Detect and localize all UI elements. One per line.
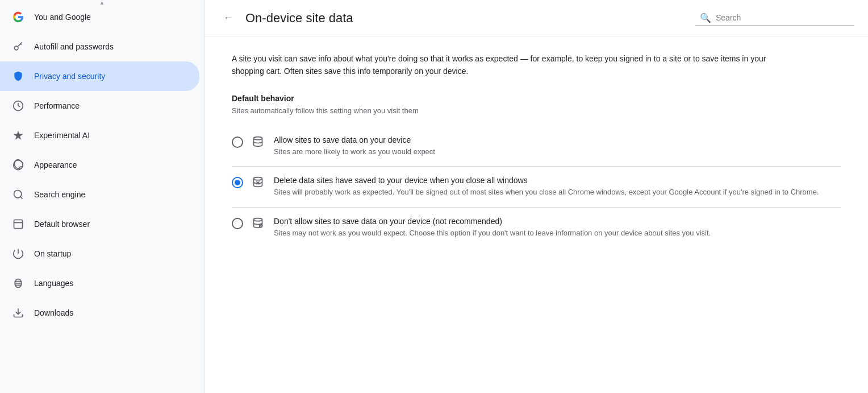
option-description: Sites will probably work as expected. Yo… [274, 187, 841, 198]
main-content: ← On-device site data 🔍 A site you visit… [205, 0, 868, 393]
radio-button-block[interactable] [232, 218, 243, 229]
shield-icon [11, 69, 25, 83]
option-title: Delete data sites have saved to your dev… [274, 176, 841, 185]
key-icon [11, 40, 25, 53]
database-icon [252, 136, 265, 148]
search-icon [11, 188, 25, 201]
option-description: Sites may not work as you would expect. … [274, 227, 841, 239]
sidebar-item-performance[interactable]: Performance [0, 91, 199, 121]
search-container: 🔍 [695, 10, 854, 26]
svg-point-0 [14, 46, 18, 50]
radio-button-allow[interactable] [232, 136, 243, 148]
sidebar-item-label: Default browser [34, 220, 90, 229]
option-text: Allow sites to save data on your deviceS… [274, 135, 841, 158]
sidebar-item-appearance[interactable]: Appearance [0, 150, 199, 180]
sidebar-item-autofill[interactable]: Autofill and passwords [0, 32, 199, 61]
sidebar-item-label: On startup [34, 249, 71, 258]
back-button[interactable]: ← [218, 8, 239, 28]
option-text: Don't allow sites to save data on your d… [274, 217, 841, 239]
radio-button-delete-on-close[interactable] [232, 177, 243, 188]
gauge-icon [11, 99, 25, 113]
palette-icon [11, 158, 25, 172]
sidebar-item-label: Languages [34, 279, 73, 288]
option-text: Delete data sites have saved to your dev… [274, 176, 841, 198]
sidebar-item-label: Downloads [34, 308, 73, 317]
section-subtitle: Sites automatically follow this setting … [232, 106, 841, 115]
svg-point-5 [254, 136, 262, 139]
radio-option-allow[interactable]: Allow sites to save data on your deviceS… [232, 126, 841, 167]
sidebar: You and GoogleAutofill and passwordsPriv… [0, 0, 205, 393]
sidebar-item-downloads[interactable]: Downloads [0, 298, 199, 328]
svg-point-9 [254, 218, 262, 221]
sidebar-item-label: Search engine [34, 190, 85, 199]
sidebar-item-you-and-google[interactable]: You and Google [0, 2, 199, 32]
database-delete-icon [252, 176, 265, 189]
svg-point-2 [14, 191, 22, 198]
sidebar-item-privacy-security[interactable]: Privacy and security [0, 61, 199, 91]
download-icon [11, 306, 25, 320]
default-behavior-section: Default behavior Sites automatically fol… [232, 94, 841, 115]
section-title: Default behavior [232, 94, 841, 103]
sidebar-item-default-browser[interactable]: Default browser [0, 209, 199, 239]
sidebar-item-search-engine[interactable]: Search engine [0, 180, 199, 209]
google-icon [11, 10, 25, 24]
page-title: On-device site data [245, 11, 688, 26]
sidebar-item-label: Appearance [34, 160, 77, 169]
option-title: Don't allow sites to save data on your d… [274, 217, 841, 226]
search-icon: 🔍 [700, 13, 711, 23]
sidebar-item-label: Autofill and passwords [34, 42, 114, 51]
sidebar-item-languages[interactable]: Languages [0, 268, 199, 298]
svg-point-6 [254, 177, 262, 180]
sparkle-icon [11, 129, 25, 142]
radio-option-block[interactable]: Don't allow sites to save data on your d… [232, 208, 841, 248]
page-header: ← On-device site data 🔍 [205, 0, 868, 36]
sidebar-item-label: Performance [34, 101, 80, 110]
power-icon [11, 247, 25, 260]
scroll-up-indicator [95, 0, 109, 5]
radio-option-delete-on-close[interactable]: Delete data sites have saved to your dev… [232, 167, 841, 208]
browser-icon [11, 217, 25, 231]
sidebar-item-label: Experimental AI [34, 131, 90, 140]
sidebar-item-on-startup[interactable]: On startup [0, 239, 199, 268]
sidebar-item-label: Privacy and security [34, 72, 105, 81]
options-list: Allow sites to save data on your deviceS… [232, 126, 841, 248]
option-title: Allow sites to save data on your device [274, 135, 841, 144]
svg-rect-3 [14, 220, 23, 229]
content-area: A site you visit can save info about wha… [205, 36, 868, 393]
option-description: Sites are more likely to work as you wou… [274, 146, 841, 158]
description-text: A site you visit can save info about wha… [232, 52, 777, 78]
back-icon: ← [223, 12, 233, 24]
search-input[interactable] [716, 13, 841, 22]
language-icon [11, 276, 25, 290]
sidebar-item-label: You and Google [34, 13, 91, 22]
database-block-icon [252, 217, 265, 230]
sidebar-item-experimental-ai[interactable]: Experimental AI [0, 121, 199, 150]
